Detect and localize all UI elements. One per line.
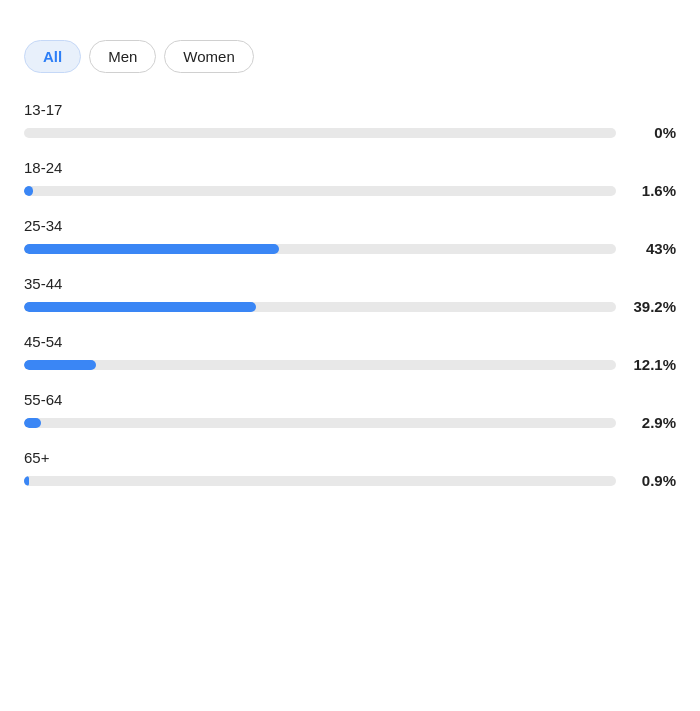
filter-tab-all[interactable]: All (24, 40, 81, 73)
bar-fill-25-34 (24, 244, 279, 254)
age-label-65+: 65+ (24, 449, 676, 466)
bar-track-25-34 (24, 244, 616, 254)
bar-container-55-64: 2.9% (24, 414, 676, 431)
age-label-25-34: 25-34 (24, 217, 676, 234)
age-label-55-64: 55-64 (24, 391, 676, 408)
bar-track-55-64 (24, 418, 616, 428)
age-label-18-24: 18-24 (24, 159, 676, 176)
bar-percent-18-24: 1.6% (628, 182, 676, 199)
age-row-35-44: 35-4439.2% (24, 275, 676, 315)
bar-percent-25-34: 43% (628, 240, 676, 257)
bar-track-65+ (24, 476, 616, 486)
age-row-45-54: 45-5412.1% (24, 333, 676, 373)
bar-fill-18-24 (24, 186, 33, 196)
bar-fill-65+ (24, 476, 29, 486)
bar-container-35-44: 39.2% (24, 298, 676, 315)
bar-container-18-24: 1.6% (24, 182, 676, 199)
filter-tab-men[interactable]: Men (89, 40, 156, 73)
bar-track-45-54 (24, 360, 616, 370)
bar-track-35-44 (24, 302, 616, 312)
bar-track-13-17 (24, 128, 616, 138)
bar-percent-13-17: 0% (628, 124, 676, 141)
age-label-35-44: 35-44 (24, 275, 676, 292)
bar-fill-45-54 (24, 360, 96, 370)
age-row-18-24: 18-241.6% (24, 159, 676, 199)
bar-percent-35-44: 39.2% (628, 298, 676, 315)
bar-container-65+: 0.9% (24, 472, 676, 489)
bar-container-13-17: 0% (24, 124, 676, 141)
bar-track-18-24 (24, 186, 616, 196)
age-rows: 13-170%18-241.6%25-3443%35-4439.2%45-541… (24, 101, 676, 507)
age-label-13-17: 13-17 (24, 101, 676, 118)
bar-percent-65+: 0.9% (628, 472, 676, 489)
bar-container-25-34: 43% (24, 240, 676, 257)
age-row-25-34: 25-3443% (24, 217, 676, 257)
bar-percent-45-54: 12.1% (628, 356, 676, 373)
filter-tab-women[interactable]: Women (164, 40, 253, 73)
age-row-55-64: 55-642.9% (24, 391, 676, 431)
bar-fill-35-44 (24, 302, 256, 312)
age-row-65+: 65+0.9% (24, 449, 676, 489)
age-label-45-54: 45-54 (24, 333, 676, 350)
age-row-13-17: 13-170% (24, 101, 676, 141)
bar-fill-55-64 (24, 418, 41, 428)
bar-container-45-54: 12.1% (24, 356, 676, 373)
filter-tab-group: AllMenWomen (24, 40, 676, 73)
bar-percent-55-64: 2.9% (628, 414, 676, 431)
